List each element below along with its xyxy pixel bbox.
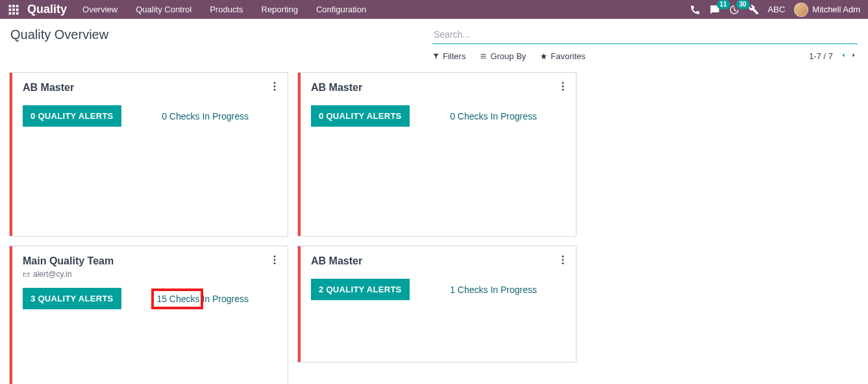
svg-rect-2 [16, 5, 19, 7]
checks-link[interactable]: 0 Checks In Progress [450, 111, 537, 122]
messages-badge: 11 [717, 0, 730, 9]
svg-rect-4 [12, 8, 15, 11]
messages-icon[interactable]: 11 [710, 5, 720, 15]
svg-point-13 [562, 86, 564, 88]
svg-point-10 [274, 86, 276, 88]
nav-reporting[interactable]: Reporting [262, 5, 298, 14]
svg-rect-5 [16, 8, 19, 11]
card-title: Main Quality Team [23, 255, 114, 267]
nav-menu: Overview Quality Control Products Report… [82, 5, 366, 14]
team-card[interactable]: Main Quality Team alert@cy.in 3 QUALITY … [9, 246, 288, 384]
svg-point-12 [562, 82, 564, 84]
envelope-icon [23, 271, 30, 278]
card-color-bar [298, 246, 301, 362]
tools-icon[interactable] [749, 5, 759, 15]
team-card[interactable]: AB Master 0 QUALITY ALERTS 0 Checks In P… [297, 72, 577, 237]
favorites-label: Favorites [551, 51, 585, 61]
checks-link[interactable]: 0 Checks In Progress [162, 111, 249, 122]
card-email[interactable]: alert@cy.in [23, 270, 114, 279]
company-switcher[interactable]: ABC [768, 5, 786, 14]
team-card[interactable]: AB Master 0 QUALITY ALERTS 0 Checks In P… [9, 72, 288, 237]
svg-point-18 [562, 255, 564, 257]
activities-badge: 30 [736, 0, 750, 9]
pager-next[interactable] [850, 51, 858, 62]
card-title: AB Master [311, 255, 362, 267]
nav-configuration[interactable]: Configuration [316, 5, 366, 14]
filters-label: Filters [443, 51, 465, 61]
card-menu-icon[interactable] [560, 82, 565, 93]
filter-icon [432, 53, 440, 60]
card-color-bar [10, 246, 12, 384]
svg-point-19 [562, 259, 564, 261]
quality-alerts-button[interactable]: 2 QUALITY ALERTS [311, 279, 410, 300]
quality-alerts-button[interactable]: 0 QUALITY ALERTS [311, 105, 410, 127]
svg-rect-8 [16, 12, 19, 14]
top-nav: Quality Overview Quality Control Product… [0, 0, 868, 19]
svg-point-15 [274, 255, 276, 257]
apps-icon[interactable] [8, 4, 19, 16]
search-wrap [432, 25, 858, 44]
quality-alerts-button[interactable]: 3 QUALITY ALERTS [23, 288, 121, 309]
nav-products[interactable]: Products [210, 5, 243, 14]
card-title: AB Master [23, 82, 74, 94]
card-menu-icon[interactable] [272, 255, 277, 266]
avatar [794, 3, 808, 17]
card-menu-icon[interactable] [560, 255, 565, 266]
user-name: Mitchell Adm [812, 5, 860, 14]
groupby-label: Group By [490, 51, 526, 61]
checks-link[interactable]: 15 Checks In Progress [156, 294, 249, 304]
quality-alerts-button[interactable]: 0 QUALITY ALERTS [23, 105, 121, 127]
page-title: Quality Overview [10, 27, 108, 42]
nav-quality-control[interactable]: Quality Control [136, 5, 192, 14]
card-menu-icon[interactable] [272, 82, 277, 93]
user-menu[interactable]: Mitchell Adm [794, 3, 860, 17]
groupby-button[interactable]: Group By [480, 51, 526, 61]
kanban-view: AB Master 0 QUALITY ALERTS 0 Checks In P… [0, 72, 868, 384]
nav-overview[interactable]: Overview [82, 5, 118, 14]
favorites-button[interactable]: Favorites [540, 51, 585, 61]
control-panel: Quality Overview Filters Group By Favori… [0, 19, 868, 70]
filters-button[interactable]: Filters [432, 51, 465, 61]
list-icon [480, 53, 487, 60]
svg-point-20 [562, 262, 564, 264]
card-title: AB Master [311, 82, 362, 94]
card-email-text: alert@cy.in [33, 270, 71, 279]
star-icon [540, 53, 547, 60]
svg-rect-3 [9, 8, 12, 11]
svg-point-17 [274, 262, 276, 264]
svg-point-11 [274, 89, 276, 91]
card-color-bar [10, 73, 12, 236]
search-options: Filters Group By Favorites 1-7 / 7 [432, 51, 858, 62]
pager-prev[interactable] [839, 51, 847, 62]
svg-rect-7 [12, 12, 15, 14]
card-color-bar [298, 73, 301, 236]
nav-right: 11 30 ABC Mitchell Adm [690, 3, 860, 17]
pager-text: 1-7 / 7 [809, 51, 833, 61]
svg-rect-1 [12, 5, 15, 7]
app-title[interactable]: Quality [27, 3, 67, 16]
svg-rect-6 [9, 12, 12, 14]
pager-area: 1-7 / 7 [809, 51, 858, 62]
checks-link[interactable]: 1 Checks In Progress [450, 285, 537, 295]
svg-rect-0 [9, 5, 12, 7]
svg-point-9 [274, 82, 276, 84]
phone-icon[interactable] [690, 5, 701, 15]
svg-point-14 [562, 89, 564, 91]
activities-icon[interactable]: 30 [729, 5, 739, 15]
svg-point-16 [274, 259, 276, 261]
search-input[interactable] [432, 25, 858, 44]
team-card[interactable]: AB Master 2 QUALITY ALERTS 1 Checks In P… [297, 246, 577, 363]
